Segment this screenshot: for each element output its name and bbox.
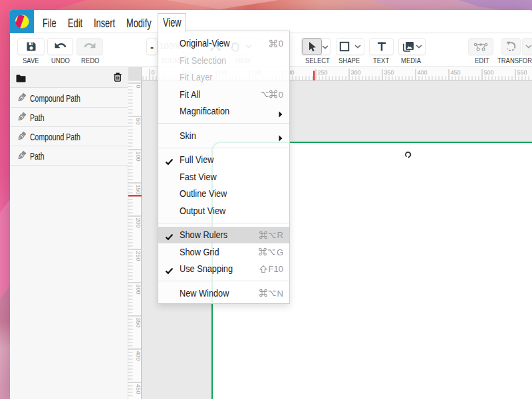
svg-text:350: 350: [384, 69, 394, 76]
svg-text:150: 150: [135, 185, 142, 195]
svg-text:200: 200: [135, 218, 142, 228]
svg-text:0: 0: [152, 69, 155, 76]
svg-text:500: 500: [484, 69, 494, 76]
svg-text:450: 450: [451, 69, 461, 76]
svg-text:0: 0: [135, 85, 142, 88]
svg-text:250: 250: [135, 251, 142, 261]
svg-text:450: 450: [135, 384, 142, 394]
svg-text:300: 300: [351, 69, 361, 76]
svg-text:550: 550: [517, 69, 527, 76]
svg-text:250: 250: [318, 69, 328, 76]
svg-text:400: 400: [135, 351, 142, 361]
svg-text:350: 350: [135, 318, 142, 328]
svg-text:400: 400: [418, 69, 428, 76]
svg-text:100: 100: [135, 152, 142, 162]
svg-text:50: 50: [135, 118, 142, 125]
svg-text:300: 300: [135, 285, 142, 295]
